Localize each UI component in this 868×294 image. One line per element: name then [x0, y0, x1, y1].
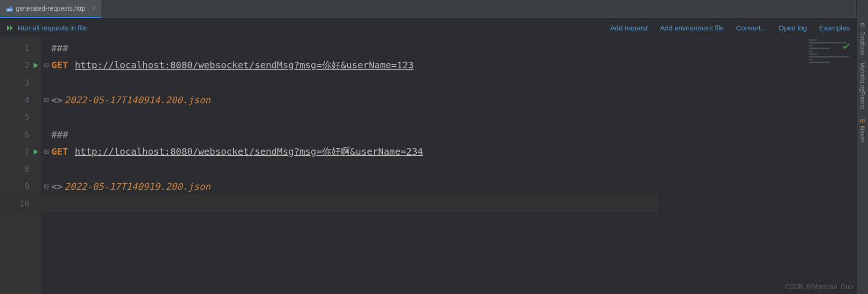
gutter-row: 10	[0, 195, 42, 212]
gutter-row: 6	[0, 126, 42, 143]
line-number: 4	[24, 95, 29, 105]
http-method: GET	[51, 146, 68, 157]
toolbar-actions: Add request Add environment file Convert…	[610, 24, 850, 32]
response-file[interactable]: 2022-05-17T140914.200.json	[64, 94, 210, 106]
code-line[interactable]: ⊟GEThttp://localhost:8080/websocket/send…	[42, 57, 856, 74]
response-marker: <>	[51, 181, 63, 192]
line-number: 10	[19, 199, 29, 208]
code-line[interactable]: ⊟<> 2022-05-17T140919.200.json	[42, 178, 856, 195]
gutter-row: 4	[0, 91, 42, 108]
run-request-icon[interactable]	[33, 149, 39, 155]
line-number: 2	[24, 60, 29, 70]
response-marker: <>	[51, 94, 63, 106]
sidebar-database[interactable]: Database	[859, 19, 866, 59]
response-file[interactable]: 2022-05-17T140919.200.json	[64, 181, 210, 192]
database-icon	[860, 22, 865, 29]
convert-link[interactable]: Convert...	[736, 24, 766, 32]
gutter-row: 7	[0, 143, 42, 160]
line-number: 8	[24, 164, 29, 174]
code-line[interactable]	[42, 160, 856, 178]
line-number: 7	[24, 147, 29, 157]
editor-toolbar: Run all requests in file Add request Add…	[0, 19, 856, 37]
separator: ###	[51, 129, 68, 140]
code-line[interactable]: ###	[42, 126, 856, 143]
editor-area: 12345678910 ###⊟GEThttp://localhost:8080…	[0, 37, 856, 294]
http-method: GET	[51, 59, 68, 71]
status-ok-icon[interactable]	[842, 41, 850, 52]
tab-filename: generated-requests.http	[16, 5, 85, 12]
gutter-row: 2	[0, 57, 42, 74]
maven-icon: m	[860, 117, 865, 124]
tab-bar: API generated-requests.http ×	[0, 0, 856, 19]
line-number: 6	[24, 129, 29, 139]
code-line[interactable]	[42, 195, 658, 212]
sidebar-maven[interactable]: m Maven	[859, 113, 866, 146]
add-request-link[interactable]: Add request	[610, 24, 648, 32]
run-all-icon[interactable]	[7, 25, 14, 31]
separator: ###	[51, 43, 68, 54]
svg-text:API: API	[7, 8, 12, 11]
code-line[interactable]: ###	[42, 39, 856, 57]
code-line[interactable]: ⊟GEThttp://localhost:8080/websocket/send…	[42, 143, 856, 160]
code-area[interactable]: ###⊟GEThttp://localhost:8080/websocket/s…	[42, 37, 856, 294]
gutter: 12345678910	[0, 37, 42, 294]
gutter-row: 1	[0, 39, 42, 57]
add-env-file-link[interactable]: Add environment file	[660, 24, 724, 32]
sidebar-mybatis[interactable]: MybatisLogFormat	[859, 59, 866, 113]
open-log-link[interactable]: Open log	[778, 24, 807, 32]
line-number: 3	[24, 78, 29, 87]
fold-marker: ⊟	[43, 183, 49, 190]
code-line[interactable]	[42, 108, 856, 126]
fold-marker: ⊟	[43, 96, 49, 103]
watermark: CSDN @Martisan_Guo	[785, 283, 853, 290]
close-icon[interactable]: ×	[91, 5, 97, 12]
code-line[interactable]	[42, 74, 856, 91]
line-number: 1	[24, 43, 29, 53]
right-tool-sidebar: Database MybatisLogFormat m Maven	[856, 0, 868, 294]
gutter-row: 8	[0, 160, 42, 178]
http-url[interactable]: http://localhost:8080/websocket/sendMsg?…	[75, 59, 413, 72]
fold-marker: ⊟	[43, 62, 49, 69]
gutter-row: 3	[0, 74, 42, 91]
svg-point-4	[861, 23, 864, 25]
file-tab[interactable]: API generated-requests.http ×	[0, 0, 101, 18]
http-url[interactable]: http://localhost:8080/websocket/sendMsg?…	[75, 145, 423, 158]
fold-marker: ⊟	[43, 148, 49, 155]
line-number: 5	[24, 112, 29, 122]
run-all-link[interactable]: Run all requests in file	[18, 24, 87, 32]
line-number: 9	[24, 181, 29, 191]
code-line[interactable]: ⊟<> 2022-05-17T140914.200.json	[42, 91, 856, 108]
examples-link[interactable]: Examples	[819, 24, 850, 32]
gutter-row: 9	[0, 178, 42, 195]
run-request-icon[interactable]	[33, 62, 39, 69]
api-file-icon: API	[6, 5, 13, 12]
gutter-row: 5	[0, 108, 42, 126]
